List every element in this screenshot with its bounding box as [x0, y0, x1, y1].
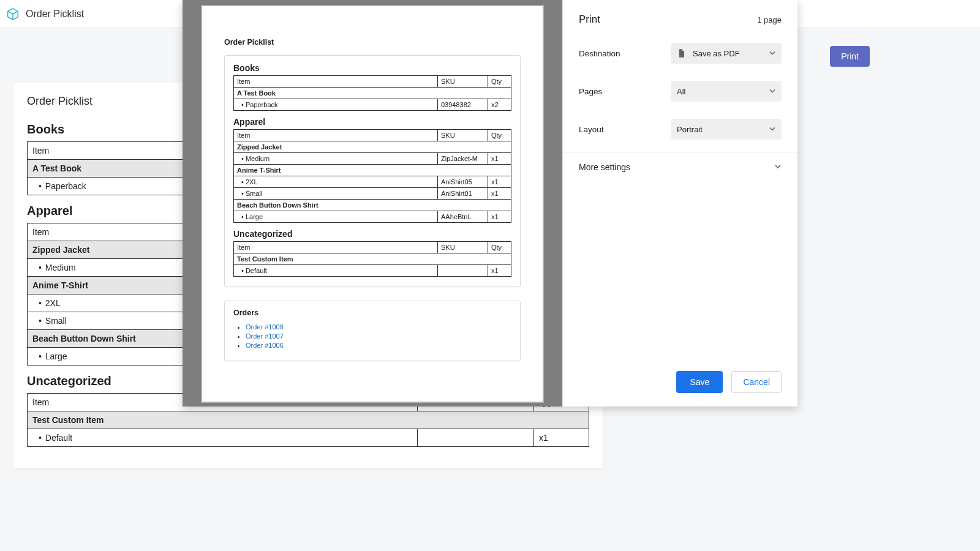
table-row: Test Custom Item	[28, 411, 589, 429]
print-preview-page: Order Picklist Books ItemSKUQty A Test B…	[201, 5, 544, 403]
print-dialog-header: Print 1 page	[563, 0, 797, 34]
print-dialog-footer: Save Cancel	[563, 359, 797, 407]
order-link-anchor[interactable]: Order #1006	[246, 342, 284, 349]
category-title: Uncategorized	[233, 229, 511, 239]
print-dialog-title: Print	[579, 13, 600, 26]
orders-heading: Orders	[233, 309, 511, 317]
destination-label: Destination	[579, 49, 671, 58]
layout-select[interactable]: Portrait	[671, 119, 782, 140]
app-logo-icon	[6, 7, 20, 21]
print-preview-pane[interactable]: Order Picklist Books ItemSKUQty A Test B…	[183, 0, 562, 407]
preview-table: ItemSKUQty Test Custom Item Defaultx1	[233, 241, 511, 277]
category-title: Books	[233, 63, 511, 73]
table-row: Default x1	[28, 429, 589, 447]
order-link: Order #1007	[246, 332, 511, 340]
category-title: Apparel	[233, 117, 511, 127]
preview-orders-card: Orders Order #1008 Order #1007 Order #10…	[224, 301, 521, 361]
destination-select[interactable]: Save as PDF	[671, 43, 782, 64]
pages-select[interactable]: All	[671, 81, 782, 102]
layout-label: Layout	[579, 125, 671, 134]
preview-picklist-card: Books ItemSKUQty A Test Book Paperback03…	[224, 55, 521, 287]
layout-row: Layout Portrait	[563, 110, 797, 148]
chevron-down-icon	[769, 125, 775, 134]
order-link: Order #1006	[246, 342, 511, 349]
layout-value: Portrait	[677, 125, 703, 134]
cancel-button[interactable]: Cancel	[731, 371, 782, 393]
pages-row: Pages All	[563, 72, 797, 110]
order-link-anchor[interactable]: Order #1008	[246, 323, 284, 331]
destination-row: Destination Save as PDF	[563, 34, 797, 72]
print-options-pane: Print 1 page Destination Save as PDF Pag…	[562, 0, 797, 407]
pages-label: Pages	[579, 87, 671, 96]
more-settings-toggle[interactable]: More settings	[563, 152, 797, 182]
destination-value: Save as PDF	[693, 49, 740, 58]
preview-title: Order Picklist	[224, 38, 521, 47]
pages-value: All	[677, 87, 685, 96]
pdf-file-icon	[677, 48, 687, 58]
print-button[interactable]: Print	[830, 46, 870, 67]
toolbar: Print	[830, 46, 870, 67]
save-button[interactable]: Save	[676, 371, 723, 393]
more-settings-label: More settings	[579, 162, 630, 172]
order-link: Order #1008	[246, 323, 511, 331]
print-dialog: Order Picklist Books ItemSKUQty A Test B…	[183, 0, 797, 407]
preview-table: ItemSKUQty Zipped Jacket MediumZipJacket…	[233, 129, 511, 223]
chevron-down-icon	[769, 87, 775, 96]
chevron-down-icon	[769, 49, 775, 58]
app-title: Order Picklist	[26, 9, 84, 20]
preview-table: ItemSKUQty A Test Book Paperback03948382…	[233, 75, 511, 111]
order-link-anchor[interactable]: Order #1007	[246, 332, 284, 340]
chevron-down-icon	[774, 162, 782, 172]
print-page-count: 1 page	[757, 15, 782, 24]
